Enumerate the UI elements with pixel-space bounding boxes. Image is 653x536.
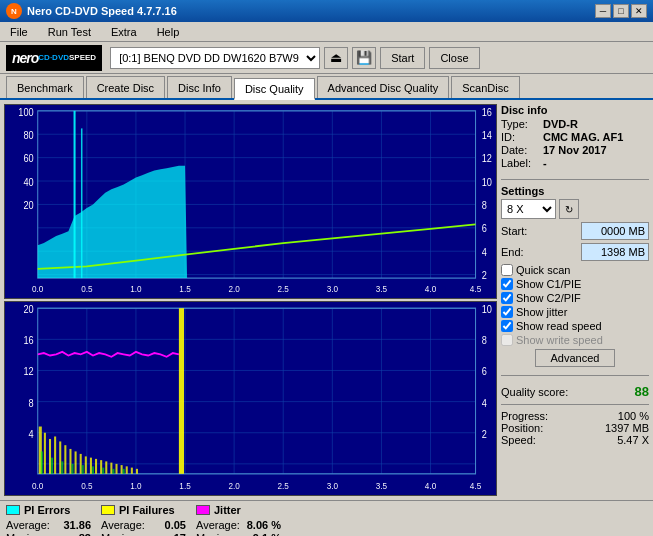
menu-run-test[interactable]: Run Test bbox=[44, 25, 95, 39]
svg-rect-62 bbox=[49, 439, 51, 474]
show-c2pif-checkbox[interactable] bbox=[501, 292, 513, 304]
svg-rect-69 bbox=[85, 456, 87, 473]
stats-area: PI Errors Average: 31.86 Maximum: 83 Tot… bbox=[0, 500, 653, 536]
show-c1pie-checkbox[interactable] bbox=[501, 278, 513, 290]
main-content: 100 80 60 40 20 16 14 12 10 8 6 4 2 0.0 … bbox=[0, 100, 653, 500]
pi-failures-label: PI Failures bbox=[119, 504, 175, 516]
quality-section: Quality score: 88 bbox=[501, 384, 649, 399]
menu-extra[interactable]: Extra bbox=[107, 25, 141, 39]
svg-rect-88 bbox=[112, 469, 114, 474]
svg-text:4.0: 4.0 bbox=[425, 284, 436, 295]
svg-text:12: 12 bbox=[482, 153, 492, 165]
svg-rect-44 bbox=[5, 302, 496, 495]
pi-failures-average: Average: 0.05 bbox=[101, 519, 186, 531]
show-c2pif-label: Show C2/PIF bbox=[516, 292, 581, 304]
refresh-button[interactable]: ↻ bbox=[559, 199, 579, 219]
svg-text:2: 2 bbox=[482, 428, 487, 440]
svg-text:0.5: 0.5 bbox=[81, 284, 92, 295]
end-input[interactable] bbox=[581, 243, 649, 261]
show-read-speed-checkbox[interactable] bbox=[501, 320, 513, 332]
menubar: File Run Test Extra Help bbox=[0, 22, 653, 42]
jitter-stats: Jitter Average: 8.06 % Maximum: 9.1 % PO… bbox=[196, 504, 281, 536]
svg-text:3.0: 3.0 bbox=[327, 480, 338, 491]
tab-disc-info[interactable]: Disc Info bbox=[167, 76, 232, 98]
svg-rect-86 bbox=[92, 466, 94, 473]
show-read-speed-row: Show read speed bbox=[501, 320, 649, 332]
svg-text:1.5: 1.5 bbox=[179, 480, 190, 491]
svg-rect-64 bbox=[59, 441, 61, 473]
start-button[interactable]: Start bbox=[380, 47, 425, 69]
start-mb-row: Start: bbox=[501, 222, 649, 240]
pi-errors-maximum: Maximum: 83 bbox=[6, 532, 91, 536]
progress-section: Progress: 100 % Position: 1397 MB Speed:… bbox=[501, 410, 649, 446]
svg-text:8: 8 bbox=[29, 397, 34, 409]
svg-text:14: 14 bbox=[482, 129, 493, 141]
svg-text:40: 40 bbox=[23, 176, 34, 188]
svg-text:4.0: 4.0 bbox=[425, 480, 436, 491]
quick-scan-checkbox[interactable] bbox=[501, 264, 513, 276]
titlebar-left: N Nero CD-DVD Speed 4.7.7.16 bbox=[6, 3, 177, 19]
position-value: 1397 MB bbox=[605, 422, 649, 434]
show-write-speed-row: Show write speed bbox=[501, 334, 649, 346]
progress-value: 100 % bbox=[618, 410, 649, 422]
drive-select[interactable]: [0:1] BENQ DVD DD DW1620 B7W9 bbox=[110, 47, 320, 69]
jitter-legend-box bbox=[196, 505, 210, 515]
show-jitter-checkbox[interactable] bbox=[501, 306, 513, 318]
speed-select[interactable]: 8 X bbox=[501, 199, 556, 219]
svg-text:3.0: 3.0 bbox=[327, 284, 338, 295]
right-panel: Disc info Type: DVD-R ID: CMC MAG. AF1 D… bbox=[501, 104, 649, 496]
svg-text:20: 20 bbox=[23, 303, 34, 315]
svg-rect-87 bbox=[102, 468, 104, 474]
svg-text:80: 80 bbox=[23, 129, 34, 141]
svg-text:16: 16 bbox=[482, 106, 493, 118]
tab-create-disc[interactable]: Create Disc bbox=[86, 76, 165, 98]
svg-rect-75 bbox=[115, 464, 117, 474]
menu-help[interactable]: Help bbox=[153, 25, 184, 39]
speed-label: Speed: bbox=[501, 434, 536, 446]
pi-errors-label: PI Errors bbox=[24, 504, 70, 516]
svg-rect-85 bbox=[82, 465, 84, 474]
maximize-button[interactable]: □ bbox=[613, 4, 629, 18]
advanced-button[interactable]: Advanced bbox=[535, 349, 615, 367]
label-value: - bbox=[543, 157, 547, 169]
show-c2pif-row: Show C2/PIF bbox=[501, 292, 649, 304]
tab-advanced-disc-quality[interactable]: Advanced Disc Quality bbox=[317, 76, 450, 98]
svg-text:6: 6 bbox=[482, 366, 487, 378]
menu-file[interactable]: File bbox=[6, 25, 32, 39]
show-write-speed-checkbox bbox=[501, 334, 513, 346]
svg-text:8: 8 bbox=[482, 200, 488, 212]
svg-rect-72 bbox=[100, 460, 102, 474]
position-row: Position: 1397 MB bbox=[501, 422, 649, 434]
tab-scandisc[interactable]: ScanDisc bbox=[451, 76, 519, 98]
titlebar: N Nero CD-DVD Speed 4.7.7.16 ─ □ ✕ bbox=[0, 0, 653, 22]
show-c1pie-label: Show C1/PIE bbox=[516, 278, 581, 290]
chart-pi-failures: 20 16 12 8 4 10 8 6 4 2 0.0 0.5 1.0 1.5 … bbox=[4, 301, 497, 496]
tab-benchmark[interactable]: Benchmark bbox=[6, 76, 84, 98]
type-label: Type: bbox=[501, 118, 539, 130]
svg-text:16: 16 bbox=[23, 335, 34, 347]
jitter-label: Jitter bbox=[214, 504, 241, 516]
toolbar-close-button[interactable]: Close bbox=[429, 47, 479, 69]
svg-text:0.5: 0.5 bbox=[81, 480, 92, 491]
quick-scan-row: Quick scan bbox=[501, 264, 649, 276]
svg-rect-78 bbox=[131, 468, 133, 474]
svg-text:1.5: 1.5 bbox=[179, 284, 190, 295]
speed-row: 8 X ↻ bbox=[501, 199, 649, 219]
start-label: Start: bbox=[501, 225, 527, 237]
start-input[interactable] bbox=[581, 222, 649, 240]
minimize-button[interactable]: ─ bbox=[595, 4, 611, 18]
tabs: Benchmark Create Disc Disc Info Disc Qua… bbox=[0, 74, 653, 100]
chart-pi-errors: 100 80 60 40 20 16 14 12 10 8 6 4 2 0.0 … bbox=[4, 104, 497, 299]
svg-text:60: 60 bbox=[23, 153, 34, 165]
toolbar: nero CD·DVDSPEED [0:1] BENQ DVD DD DW162… bbox=[0, 42, 653, 74]
svg-text:6: 6 bbox=[482, 223, 488, 235]
separator-1 bbox=[501, 179, 649, 180]
settings-section: Settings 8 X ↻ Start: End: Quick scan bbox=[501, 185, 649, 370]
tab-disc-quality[interactable]: Disc Quality bbox=[234, 78, 315, 100]
close-window-button[interactable]: ✕ bbox=[631, 4, 647, 18]
svg-rect-81 bbox=[41, 451, 43, 473]
charts-area: 100 80 60 40 20 16 14 12 10 8 6 4 2 0.0 … bbox=[4, 104, 497, 496]
eject-button[interactable]: ⏏ bbox=[324, 47, 348, 69]
svg-rect-68 bbox=[80, 454, 82, 474]
save-button[interactable]: 💾 bbox=[352, 47, 376, 69]
